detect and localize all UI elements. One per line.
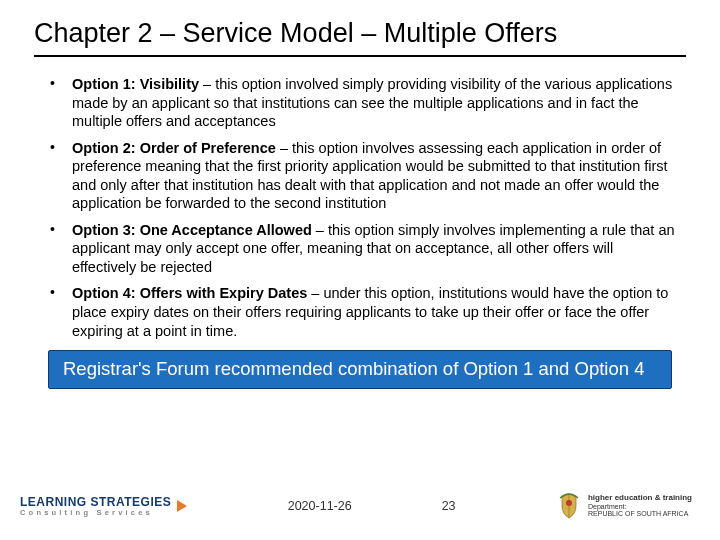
logo-line1: LEARNING STRATEGIES xyxy=(20,496,171,508)
footer-center: 2020-11-26 23 xyxy=(187,499,556,513)
logo-line2: Consulting Services xyxy=(20,509,171,517)
slide-number: 23 xyxy=(442,499,456,513)
list-item: Option 1: Visibility – this option invol… xyxy=(50,75,676,131)
svg-point-0 xyxy=(566,500,572,506)
option-label: Option 3: One Acceptance Allowed xyxy=(72,222,312,238)
list-item: Option 3: One Acceptance Allowed – this … xyxy=(50,221,676,277)
arrow-icon xyxy=(177,500,187,512)
list-item: Option 4: Offers with Expiry Dates – und… xyxy=(50,284,676,340)
option-label: Option 4: Offers with Expiry Dates xyxy=(72,285,307,301)
bullet-list: Option 1: Visibility – this option invol… xyxy=(34,75,686,340)
learning-strategies-logo: LEARNING STRATEGIES Consulting Services xyxy=(20,496,187,517)
slide: Chapter 2 – Service Model – Multiple Off… xyxy=(0,0,720,540)
dept-line3: REPUBLIC OF SOUTH AFRICA xyxy=(588,510,692,518)
logo-text: LEARNING STRATEGIES Consulting Services xyxy=(20,496,171,517)
footer: LEARNING STRATEGIES Consulting Services … xyxy=(0,482,720,530)
slide-date: 2020-11-26 xyxy=(288,499,352,513)
option-label: Option 2: Order of Preference xyxy=(72,140,276,156)
recommendation-banner: Registrar's Forum recommended combinatio… xyxy=(48,350,672,389)
list-item: Option 2: Order of Preference – this opt… xyxy=(50,139,676,213)
option-label: Option 1: Visibility xyxy=(72,76,199,92)
dept-text: higher education & training Department: … xyxy=(588,494,692,518)
dept-logo: higher education & training Department: … xyxy=(556,492,692,520)
dept-line1: Department: xyxy=(588,503,692,511)
coat-of-arms-icon xyxy=(556,492,582,520)
title-underline xyxy=(34,55,686,57)
slide-title: Chapter 2 – Service Model – Multiple Off… xyxy=(34,18,686,49)
dept-line2: higher education & training xyxy=(588,494,692,503)
